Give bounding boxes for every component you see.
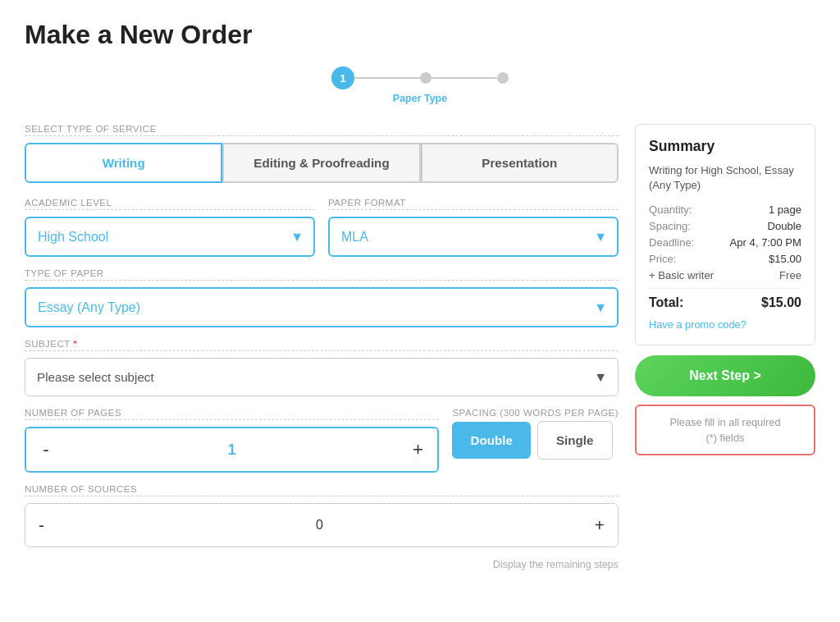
summary-total-row: Total: $15.00 bbox=[649, 295, 801, 310]
fill-required-message: Please fill in all required (*) fields bbox=[635, 405, 815, 455]
spacing-buttons: Double Single bbox=[452, 421, 619, 460]
paper-type-group: Type of Paper Essay (Any Type) Research … bbox=[25, 268, 619, 327]
pages-increment-button[interactable]: + bbox=[398, 428, 437, 471]
spacing-row-label: Spacing: bbox=[649, 220, 691, 232]
academic-level-wrapper: High School Undergraduate Master PhD ▼ bbox=[25, 217, 315, 257]
paper-type-wrapper: Essay (Any Type) Research Paper Case Stu… bbox=[25, 287, 619, 327]
summary-divider bbox=[649, 288, 801, 289]
summary-title: Summary bbox=[649, 138, 801, 155]
sources-counter: - 0 + bbox=[25, 503, 619, 547]
pages-section: Number of Pages - 1 + Spacing (300 words… bbox=[25, 408, 619, 473]
writer-value: Free bbox=[779, 269, 801, 281]
subject-select[interactable]: Please select subject Mathematics Englis… bbox=[25, 358, 619, 396]
right-panel: Summary Writing for High School, Essay (… bbox=[635, 124, 815, 570]
spacing-single-button[interactable]: Single bbox=[537, 421, 613, 460]
spacing-group: Spacing (300 words per page) Double Sing… bbox=[452, 408, 619, 460]
promo-code-link[interactable]: Have a promo code? bbox=[649, 318, 746, 331]
quantity-label: Quantity: bbox=[649, 204, 692, 216]
step-line-1 bbox=[354, 77, 420, 79]
step-2-circle bbox=[420, 72, 431, 84]
left-panel: Select Type of Service Writing Editing &… bbox=[25, 124, 619, 570]
sources-section: Number of Sources - 0 + bbox=[25, 484, 619, 547]
summary-writer-row: + Basic writer Free bbox=[649, 269, 801, 281]
subject-group: Subject * Please select subject Mathemat… bbox=[25, 339, 619, 396]
summary-spacing-row: Spacing: Double bbox=[649, 220, 801, 232]
step-line-2 bbox=[431, 77, 497, 79]
spacing-label: Spacing (300 words per page) bbox=[452, 408, 619, 418]
paper-type-label: Type of Paper bbox=[25, 268, 619, 281]
step-1-label: Paper Type bbox=[393, 93, 447, 104]
stepper: 1 Paper Type bbox=[25, 66, 815, 104]
total-label: Total: bbox=[649, 295, 683, 310]
deadline-label: Deadline: bbox=[649, 236, 694, 249]
step-3-circle bbox=[497, 72, 509, 84]
paper-type-select[interactable]: Essay (Any Type) Research Paper Case Stu… bbox=[25, 287, 619, 327]
quantity-value: 1 page bbox=[769, 204, 801, 216]
spacing-double-button[interactable]: Double bbox=[452, 422, 530, 459]
service-type-buttons: Writing Editing & Proofreading Presentat… bbox=[25, 143, 619, 183]
pages-counter: - 1 + bbox=[25, 427, 439, 473]
price-label: Price: bbox=[649, 253, 677, 265]
subject-required-star: * bbox=[73, 339, 77, 349]
service-editing-button[interactable]: Editing & Proofreading bbox=[222, 143, 420, 183]
pages-group: Number of Pages - 1 + bbox=[25, 408, 439, 473]
price-value: $15.00 bbox=[769, 253, 801, 265]
summary-box: Summary Writing for High School, Essay (… bbox=[635, 124, 815, 345]
subject-wrapper: Please select subject Mathematics Englis… bbox=[25, 358, 619, 396]
main-layout: Select Type of Service Writing Editing &… bbox=[25, 124, 815, 570]
academic-level-group: Academic Level High School Undergraduate… bbox=[25, 198, 315, 257]
sources-increment-button[interactable]: + bbox=[582, 507, 618, 543]
sources-decrement-button[interactable]: - bbox=[25, 507, 57, 543]
paper-format-group: Paper Format MLA APA Chicago Harvard ▼ bbox=[328, 198, 619, 257]
service-writing-button[interactable]: Writing bbox=[25, 143, 222, 183]
academic-level-label: Academic Level bbox=[25, 198, 315, 210]
fill-required-line1: Please fill in all required bbox=[669, 416, 780, 428]
pages-label: Number of Pages bbox=[25, 408, 439, 420]
summary-deadline-row: Deadline: Apr 4, 7:00 PM bbox=[649, 236, 801, 249]
service-presentation-button[interactable]: Presentation bbox=[421, 143, 619, 183]
step-1-circle: 1 bbox=[331, 66, 354, 89]
academic-format-row: Academic Level High School Undergraduate… bbox=[25, 198, 619, 257]
next-step-button[interactable]: Next Step > bbox=[635, 355, 815, 396]
total-value: $15.00 bbox=[761, 295, 801, 310]
spacing-row-value: Double bbox=[767, 220, 801, 232]
service-type-label: Select Type of Service bbox=[25, 124, 619, 136]
fill-required-line2: (*) fields bbox=[706, 432, 745, 444]
writer-label: + Basic writer bbox=[649, 269, 714, 281]
subject-label: Subject * bbox=[25, 339, 619, 351]
deadline-value: Apr 4, 7:00 PM bbox=[730, 236, 801, 249]
paper-format-select[interactable]: MLA APA Chicago Harvard bbox=[328, 217, 619, 257]
academic-level-select[interactable]: High School Undergraduate Master PhD bbox=[25, 217, 315, 257]
summary-description: Writing for High School, Essay (Any Type… bbox=[649, 163, 801, 194]
remaining-steps: Display the remaining steps bbox=[25, 559, 619, 570]
sources-label: Number of Sources bbox=[25, 484, 619, 496]
pages-value: 1 bbox=[66, 441, 398, 459]
summary-quantity-row: Quantity: 1 page bbox=[649, 204, 801, 216]
pages-spacing-row: Number of Pages - 1 + Spacing (300 words… bbox=[25, 408, 619, 473]
pages-decrement-button[interactable]: - bbox=[26, 428, 66, 471]
paper-format-wrapper: MLA APA Chicago Harvard ▼ bbox=[328, 217, 619, 257]
sources-value: 0 bbox=[57, 518, 582, 533]
page-title: Make a New Order bbox=[25, 20, 815, 50]
summary-price-row: Price: $15.00 bbox=[649, 253, 801, 265]
paper-format-label: Paper Format bbox=[328, 198, 619, 210]
